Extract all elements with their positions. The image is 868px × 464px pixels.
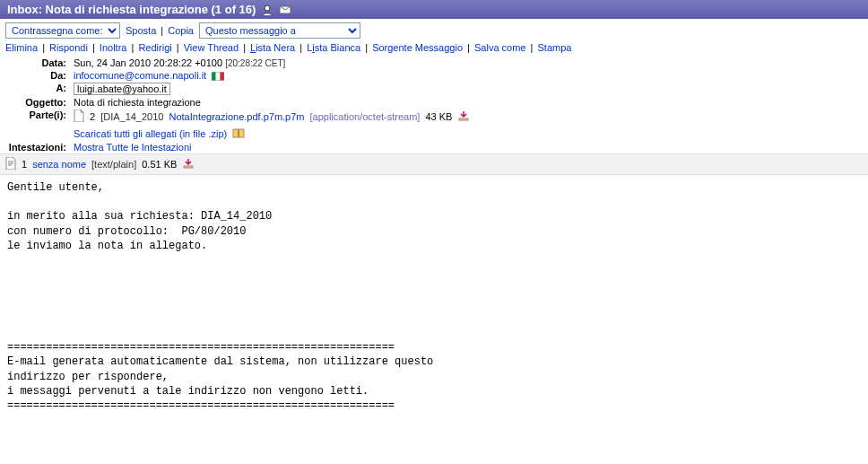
subject-value: Nota di richiesta integrazione [70, 96, 868, 109]
window-header: Inbox: Nota di richiesta integrazione (1… [0, 0, 868, 19]
part-name[interactable]: senza nome [32, 159, 86, 170]
attachment-filename[interactable]: NotaIntegrazione.pdf.p7m.p7m [169, 111, 304, 122]
attachment-index: 2 [90, 111, 95, 122]
part-mime: [text/plain] [91, 159, 136, 170]
user-icon [261, 4, 273, 15]
download-all-link[interactable]: Scaricati tutti gli allegati (in file .z… [74, 128, 227, 139]
svg-rect-3 [216, 72, 221, 80]
print-link[interactable]: Stampa [537, 42, 571, 53]
svg-point-0 [265, 5, 270, 11]
redirect-link[interactable]: Redirigi [138, 42, 171, 53]
attachment-size: 43 KB [425, 111, 452, 122]
date-value: Sun, 24 Jan 2010 20:28:22 +0100 [74, 57, 222, 68]
mark-as-select[interactable]: Contrassegna come: [5, 22, 120, 39]
date-label: Data: [0, 57, 70, 69]
headers-label: Intestazioni: [0, 141, 70, 153]
text-part-icon [5, 157, 16, 171]
delete-link[interactable]: Elimina [5, 42, 38, 53]
part-size: 0.51 KB [142, 159, 177, 170]
source-link[interactable]: Sorgente Messaggio [372, 42, 463, 53]
attachment-row: 2 [DIA_14_2010 NotaIntegrazione.pdf.p7m.… [74, 109, 864, 124]
date-local: [20:28:22 CET] [225, 58, 285, 68]
message-body: Gentile utente, in merito alla sua richi… [0, 175, 868, 420]
from-address[interactable]: infocomune@comune.napoli.it [74, 70, 206, 81]
svg-rect-8 [238, 129, 239, 137]
move-target-select[interactable]: Questo messaggio a [199, 22, 360, 39]
envelope-icon [279, 4, 291, 15]
svg-rect-4 [221, 72, 225, 80]
download-part-icon[interactable] [182, 158, 195, 171]
attachment-prefix: [DIA_14_2010 [100, 111, 163, 122]
svg-rect-2 [212, 72, 216, 80]
subject-label: Oggetto: [0, 96, 70, 109]
file-icon [74, 109, 84, 124]
attachment-mime: [application/octet-stream] [310, 111, 421, 122]
part-index: 1 [22, 159, 27, 170]
download-all-row: Scaricati tutti gli allegati (in file .z… [74, 127, 864, 140]
flag-it-icon [212, 72, 224, 81]
svg-rect-6 [459, 118, 468, 120]
zip-icon[interactable] [232, 127, 245, 140]
message-action-bar: Elimina | Rispondi | Inoltra | Redirigi … [0, 40, 868, 57]
whitelist-link[interactable]: Lista Bianca [307, 42, 360, 53]
message-headers: Data: Sun, 24 Jan 2010 20:28:22 +0100 [2… [0, 57, 868, 153]
copy-link[interactable]: Copia [168, 25, 194, 36]
mark-move-toolbar: Contrassegna come: Sposta | Copia Questo… [0, 19, 868, 40]
show-all-headers-link[interactable]: Mostra Tutte le Intestazioni [74, 142, 191, 153]
reply-link[interactable]: Rispondi [49, 42, 88, 53]
blacklist-link[interactable]: Lista Nera [250, 42, 295, 53]
parts-label: Parte(i): [0, 109, 70, 141]
from-label: Da: [0, 69, 70, 82]
saveas-link[interactable]: Salva come [474, 42, 525, 53]
forward-link[interactable]: Inoltra [100, 42, 127, 53]
to-address[interactable]: luigi.abate@yahoo.it [74, 83, 170, 95]
window-title: Inbox: Nota di richiesta integrazione (1… [7, 3, 256, 16]
to-label: A: [0, 82, 70, 96]
svg-rect-9 [184, 166, 193, 168]
view-thread-link[interactable]: View Thread [184, 42, 239, 53]
mime-part-row: 1 senza nome [text/plain] 0.51 KB [0, 153, 868, 175]
download-icon[interactable] [457, 110, 470, 123]
move-link[interactable]: Sposta [126, 25, 156, 36]
